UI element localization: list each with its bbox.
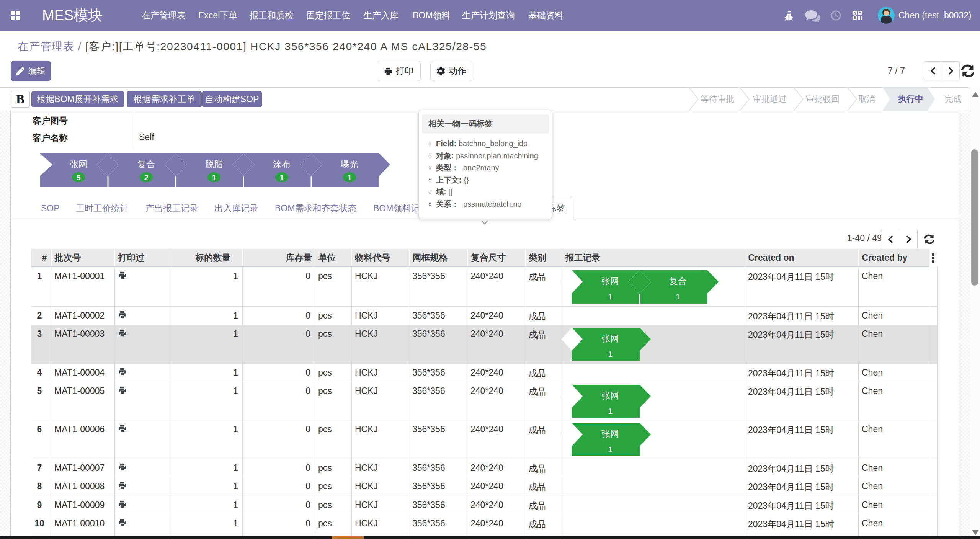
svg-text:脱脂: 脱脂: [205, 159, 223, 169]
svg-text:涂布: 涂布: [273, 159, 291, 169]
svg-text:复合: 复合: [669, 276, 687, 286]
svg-text:1: 1: [347, 173, 351, 182]
svg-text:1: 1: [608, 350, 612, 358]
svg-text:1: 1: [608, 445, 612, 454]
svg-text:5: 5: [76, 173, 80, 182]
svg-text:1: 1: [676, 292, 680, 301]
svg-text:1: 1: [212, 173, 216, 182]
svg-text:2: 2: [144, 173, 148, 182]
svg-text:复合: 复合: [137, 159, 155, 169]
svg-text:1: 1: [608, 407, 612, 415]
svg-text:张网: 张网: [601, 390, 619, 400]
svg-text:张网: 张网: [70, 159, 87, 169]
svg-text:张网: 张网: [601, 333, 619, 343]
svg-text:1: 1: [279, 173, 284, 182]
svg-text:曝光: 曝光: [341, 159, 358, 169]
svg-text:张网: 张网: [601, 429, 619, 439]
svg-text:1: 1: [608, 292, 612, 301]
svg-text:张网: 张网: [601, 276, 619, 286]
